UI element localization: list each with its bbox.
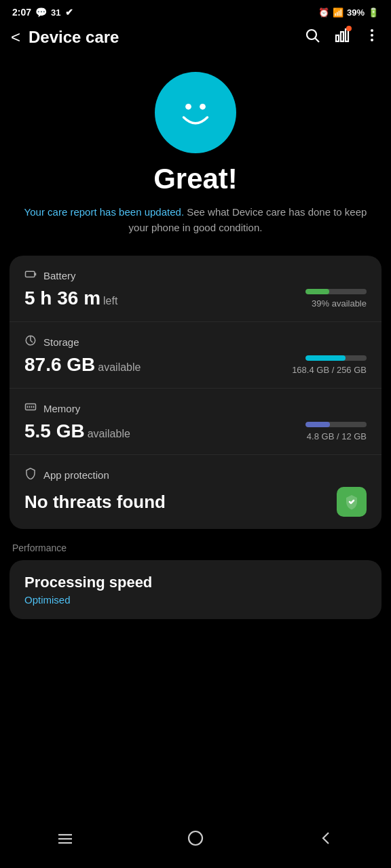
search-icon[interactable] <box>304 27 320 47</box>
nav-icons <box>304 27 380 47</box>
storage-value: 87.6 GBavailable <box>24 354 141 376</box>
memory-progress-fill <box>305 422 330 427</box>
app-protection-label: App protection <box>43 469 109 481</box>
performance-title: Processing speed <box>24 574 367 591</box>
svg-rect-3 <box>341 32 343 41</box>
home-button[interactable] <box>186 829 205 852</box>
storage-card-icon <box>24 334 37 350</box>
svg-rect-4 <box>346 29 348 41</box>
battery-progress-label: 39% available <box>312 298 367 309</box>
smiley-face <box>155 72 236 153</box>
alarm-icon: ⏰ <box>318 7 329 18</box>
storage-progress-track <box>305 355 367 361</box>
memory-card-icon <box>24 401 37 416</box>
battery-icon: 🔋 <box>368 7 379 18</box>
whatsapp-icon: 💬 <box>35 7 47 18</box>
status-left: 2:07 💬 31 ✔ <box>12 7 73 18</box>
back-nav-button[interactable] <box>316 829 335 852</box>
battery-progress-area: 39% available <box>305 289 367 309</box>
memory-value: 5.5 GBavailable <box>24 420 130 442</box>
performance-section-label: Performance <box>0 529 391 560</box>
memory-progress-track <box>305 422 367 427</box>
battery-progress-track <box>305 289 367 294</box>
svg-point-7 <box>371 39 373 41</box>
svg-point-9 <box>200 104 206 110</box>
storage-progress-fill <box>305 355 346 361</box>
calendar-icon: 31 <box>51 7 60 18</box>
top-nav: < Device care <box>0 22 391 58</box>
care-report-link[interactable]: Your care report has been updated. <box>24 206 184 218</box>
memory-card[interactable]: Memory 5.5 GBavailable 4.8 GB / 12 GB <box>10 389 381 455</box>
battery-progress-fill <box>305 289 329 294</box>
status-bar: 2:07 💬 31 ✔ ⏰ 📶 39% 🔋 <box>0 0 391 22</box>
memory-progress-label: 4.8 GB / 12 GB <box>307 431 367 441</box>
back-button[interactable]: < <box>11 28 20 47</box>
battery-value: 5 h 36 mleft <box>24 288 117 309</box>
memory-label: Memory <box>43 403 80 414</box>
battery-card[interactable]: Battery 5 h 36 mleft 39% available <box>10 256 381 322</box>
bottom-navigation <box>0 818 391 868</box>
svg-line-1 <box>316 39 320 43</box>
storage-progress-area: 168.4 GB / 256 GB <box>292 355 367 375</box>
svg-point-6 <box>371 34 373 37</box>
battery-label: Battery <box>43 270 76 281</box>
more-options-icon[interactable] <box>364 27 380 47</box>
svg-rect-20 <box>189 831 202 845</box>
svg-point-0 <box>307 30 316 39</box>
hero-section: Great! Your care report has been updated… <box>0 58 391 256</box>
performance-status: Optimised <box>24 594 367 606</box>
stats-cards: Battery 5 h 36 mleft 39% available St <box>10 256 381 529</box>
app-protection-value: No threats found <box>24 492 166 513</box>
check-icon: ✔ <box>65 7 73 18</box>
time: 2:07 <box>12 7 31 18</box>
app-protection-card-icon <box>24 467 37 483</box>
page-title: Device care <box>29 28 296 47</box>
performance-card[interactable]: Processing speed Optimised <box>10 560 381 619</box>
svg-rect-2 <box>336 35 339 41</box>
svg-point-8 <box>185 104 191 110</box>
storage-label: Storage <box>43 336 79 348</box>
signal-icon: 📶 <box>333 7 343 18</box>
battery-text: 39% <box>347 7 365 18</box>
hero-subtitle: Your care report has been updated. See w… <box>14 205 377 235</box>
app-protection-card[interactable]: App protection No threats found <box>10 455 381 529</box>
hero-title: Great! <box>153 163 238 195</box>
analytics-icon[interactable] <box>334 27 350 47</box>
status-right: ⏰ 📶 39% 🔋 <box>318 7 379 18</box>
shield-check-icon <box>337 487 367 517</box>
recent-apps-button[interactable] <box>56 829 75 852</box>
memory-progress-area: 4.8 GB / 12 GB <box>305 422 367 441</box>
storage-card[interactable]: Storage 87.6 GBavailable 168.4 GB / 256 … <box>10 322 381 389</box>
battery-card-icon <box>24 268 37 283</box>
storage-progress-label: 168.4 GB / 256 GB <box>292 365 367 375</box>
svg-point-5 <box>371 29 373 32</box>
svg-rect-10 <box>26 271 35 277</box>
